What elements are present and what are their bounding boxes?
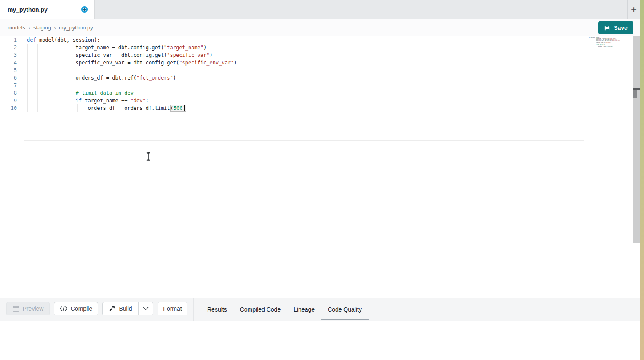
breadcrumb: models›staging›my_python.py <box>8 24 93 31</box>
code-line-7[interactable]: 7 <box>0 82 632 89</box>
scrollbar-thumb[interactable] <box>633 90 637 98</box>
panel-tab-code-quality[interactable]: Code Quality <box>328 304 362 315</box>
line-number: 10 <box>0 104 17 112</box>
scrollbar-track[interactable] <box>633 36 640 243</box>
chevron-down-icon <box>143 307 149 310</box>
window-edge-strip <box>640 0 644 360</box>
line-number: 4 <box>0 59 17 67</box>
indent-guide <box>77 104 78 112</box>
floppy-save-icon <box>604 25 610 31</box>
code-text: if target_name == "dev": <box>27 97 149 104</box>
format-button[interactable]: Format <box>158 302 187 315</box>
code-text: orders_df = orders_df.limit(500) <box>27 104 186 112</box>
panel-tab-results[interactable]: Results <box>207 304 227 315</box>
line-number: 1 <box>0 36 17 44</box>
code-icon <box>60 306 67 311</box>
tab-title: my_python.py <box>8 6 48 13</box>
code-line-10[interactable]: 10 orders_df = orders_df.limit(500) <box>0 104 632 112</box>
code-line-1[interactable]: 1def model(dbt, session): <box>0 36 632 44</box>
compile-label: Compile <box>71 305 92 312</box>
hammer-icon <box>109 305 115 312</box>
tab-strip: my_python.py + <box>0 0 640 19</box>
plus-icon: + <box>631 4 637 16</box>
line-number: 9 <box>0 97 17 104</box>
panel-tab-lineage[interactable]: Lineage <box>294 304 315 315</box>
breadcrumb-bar: models›staging›my_python.py <box>0 19 640 36</box>
save-button[interactable]: Save <box>598 21 633 34</box>
code-line-4[interactable]: 4 specific_env_var = dbt.config.get("spe… <box>0 59 632 67</box>
code-line-9[interactable]: 9 if target_name == "dev": <box>0 97 632 104</box>
build-button[interactable]: Build <box>102 302 139 315</box>
table-icon <box>13 306 19 312</box>
new-tab-button[interactable]: + <box>628 0 640 19</box>
code-line-5[interactable]: 5 <box>0 67 632 74</box>
panel-tab-compiled-code[interactable]: Compiled Code <box>240 304 281 315</box>
code-editor[interactable]: 1def model(dbt, session):2 target_name =… <box>0 36 640 298</box>
minimap-code: def model(dbt, session): target_name = d… <box>589 37 595 47</box>
code-text: target_name = dbt.config.get("target_nam… <box>27 44 206 51</box>
preview-label: Preview <box>23 305 44 312</box>
text-caret <box>184 105 185 111</box>
breadcrumb-separator-icon: › <box>28 24 30 31</box>
breadcrumb-item[interactable]: my_python.py <box>59 24 93 31</box>
minimap[interactable]: def model(dbt, session): target_name = d… <box>589 37 628 83</box>
save-label: Save <box>614 24 628 31</box>
build-options-button[interactable] <box>138 302 153 315</box>
format-label: Format <box>163 305 182 312</box>
current-line-highlight <box>24 140 584 148</box>
code-text: # limit data in dev <box>27 89 134 97</box>
preview-button[interactable]: Preview <box>6 302 50 315</box>
tab-my-python-py[interactable]: my_python.py <box>0 0 95 19</box>
breadcrumb-separator-icon: › <box>54 24 56 31</box>
indent-guide <box>37 44 38 112</box>
code-text: def model(dbt, session): <box>27 36 100 44</box>
code-line-2[interactable]: 2 target_name = dbt.config.get("target_n… <box>0 44 632 51</box>
build-label: Build <box>119 305 132 312</box>
line-number: 7 <box>0 82 17 89</box>
code-line-8[interactable]: 8 # limit data in dev <box>0 89 632 97</box>
breadcrumb-item[interactable]: staging <box>33 24 51 31</box>
breadcrumb-item[interactable]: models <box>8 24 25 31</box>
code-line-3[interactable]: 3 specific_var = dbt.config.get("specifi… <box>0 51 632 59</box>
line-number: 6 <box>0 74 17 82</box>
tabstrip-divider <box>627 0 628 19</box>
unsaved-changes-dot-icon <box>81 6 88 13</box>
line-number: 2 <box>0 44 17 51</box>
code-text: specific_var = dbt.config.get("specific_… <box>27 51 213 59</box>
compile-button[interactable]: Compile <box>54 302 98 315</box>
toolbar-separator <box>193 298 194 321</box>
line-number: 3 <box>0 51 17 59</box>
panel-tabs: ResultsCompiled CodeLineageCode Quality <box>207 298 362 321</box>
line-number: 5 <box>0 67 17 74</box>
panel-content <box>0 321 640 360</box>
line-number: 8 <box>0 89 17 97</box>
code-line-6[interactable]: 6 orders_df = dbt.ref("fct_orders") <box>0 74 632 82</box>
indent-guide <box>58 44 58 112</box>
code-text: specific_env_var = dbt.config.get("speci… <box>27 59 237 67</box>
indent-guide <box>48 44 48 112</box>
indent-guide <box>27 44 28 112</box>
code-text: orders_df = dbt.ref("fct_orders") <box>27 74 176 82</box>
